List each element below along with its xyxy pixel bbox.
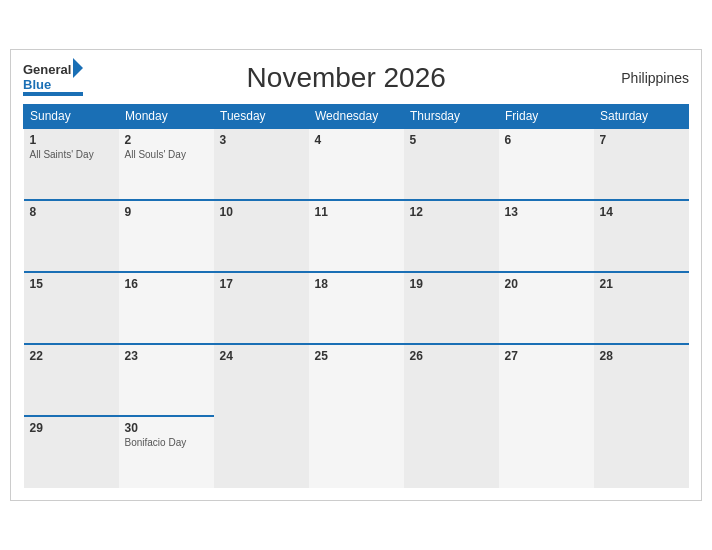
calendar-cell-2-1: 8: [24, 200, 119, 272]
day-number: 5: [410, 133, 493, 147]
day-number: 21: [600, 277, 683, 291]
calendar-cell-3-7: 21: [594, 272, 689, 344]
day-number: 20: [505, 277, 588, 291]
weekday-header-row: SundayMondayTuesdayWednesdayThursdayFrid…: [24, 105, 689, 129]
calendar-cell-2-3: 10: [214, 200, 309, 272]
day-number: 9: [125, 205, 208, 219]
calendar-cell-4-5: 26: [404, 344, 499, 416]
weekday-header-monday: Monday: [119, 105, 214, 129]
day-number: 15: [30, 277, 113, 291]
calendar-cell-1-6: 6: [499, 128, 594, 200]
day-number: 18: [315, 277, 398, 291]
day-number: 17: [220, 277, 303, 291]
day-number: 16: [125, 277, 208, 291]
day-number: 27: [505, 349, 588, 363]
day-number: 14: [600, 205, 683, 219]
calendar-cell-3-3: 17: [214, 272, 309, 344]
day-number: 29: [30, 421, 113, 435]
calendar-cell-5-3: [214, 416, 309, 488]
calendar-container: General Blue November 2026 Philippines S…: [10, 49, 702, 501]
weekday-header-sunday: Sunday: [24, 105, 119, 129]
day-number: 8: [30, 205, 113, 219]
week-row-5: 2930Bonifacio Day: [24, 416, 689, 488]
day-number: 30: [125, 421, 208, 435]
day-number: 24: [220, 349, 303, 363]
calendar-cell-2-7: 14: [594, 200, 689, 272]
calendar-cell-5-1: 29: [24, 416, 119, 488]
weekday-header-friday: Friday: [499, 105, 594, 129]
calendar-cell-1-7: 7: [594, 128, 689, 200]
day-event: All Souls' Day: [125, 149, 208, 160]
day-number: 11: [315, 205, 398, 219]
calendar-cell-1-4: 4: [309, 128, 404, 200]
calendar-cell-1-5: 5: [404, 128, 499, 200]
day-number: 10: [220, 205, 303, 219]
calendar-cell-5-4: [309, 416, 404, 488]
calendar-cell-2-4: 11: [309, 200, 404, 272]
day-number: 26: [410, 349, 493, 363]
week-row-2: 891011121314: [24, 200, 689, 272]
calendar-cell-5-5: [404, 416, 499, 488]
weekday-header-wednesday: Wednesday: [309, 105, 404, 129]
day-event: All Saints' Day: [30, 149, 113, 160]
day-number: 3: [220, 133, 303, 147]
calendar-cell-1-1: 1All Saints' Day: [24, 128, 119, 200]
calendar-cell-1-2: 2All Souls' Day: [119, 128, 214, 200]
day-number: 4: [315, 133, 398, 147]
country-label: Philippines: [609, 70, 689, 86]
calendar-cell-5-2: 30Bonifacio Day: [119, 416, 214, 488]
logo-blue-text: Blue: [23, 78, 51, 91]
day-number: 25: [315, 349, 398, 363]
calendar-table: SundayMondayTuesdayWednesdayThursdayFrid…: [23, 104, 689, 488]
weekday-header-tuesday: Tuesday: [214, 105, 309, 129]
calendar-cell-3-1: 15: [24, 272, 119, 344]
logo-bottom-bar: [23, 92, 83, 96]
day-number: 12: [410, 205, 493, 219]
calendar-cell-3-2: 16: [119, 272, 214, 344]
day-number: 1: [30, 133, 113, 147]
calendar-cell-2-6: 13: [499, 200, 594, 272]
day-number: 19: [410, 277, 493, 291]
logo-general-text: General: [23, 63, 71, 76]
calendar-header: General Blue November 2026 Philippines: [23, 60, 689, 96]
day-number: 6: [505, 133, 588, 147]
day-number: 22: [30, 349, 113, 363]
calendar-cell-3-4: 18: [309, 272, 404, 344]
day-number: 23: [125, 349, 208, 363]
calendar-cell-4-1: 22: [24, 344, 119, 416]
calendar-cell-2-5: 12: [404, 200, 499, 272]
calendar-cell-3-5: 19: [404, 272, 499, 344]
weekday-header-saturday: Saturday: [594, 105, 689, 129]
logo-triangle-icon: [73, 58, 83, 78]
calendar-cell-4-4: 25: [309, 344, 404, 416]
week-row-4: 22232425262728: [24, 344, 689, 416]
calendar-cell-1-3: 3: [214, 128, 309, 200]
day-event: Bonifacio Day: [125, 437, 208, 448]
day-number: 28: [600, 349, 683, 363]
calendar-cell-3-6: 20: [499, 272, 594, 344]
calendar-cell-4-3: 24: [214, 344, 309, 416]
calendar-title: November 2026: [83, 62, 609, 94]
weekday-header-thursday: Thursday: [404, 105, 499, 129]
day-number: 7: [600, 133, 683, 147]
calendar-cell-2-2: 9: [119, 200, 214, 272]
day-number: 2: [125, 133, 208, 147]
calendar-cell-5-7: [594, 416, 689, 488]
calendar-cell-5-6: [499, 416, 594, 488]
calendar-cell-4-2: 23: [119, 344, 214, 416]
day-number: 13: [505, 205, 588, 219]
calendar-cell-4-7: 28: [594, 344, 689, 416]
week-row-1: 1All Saints' Day2All Souls' Day34567: [24, 128, 689, 200]
logo: General Blue: [23, 60, 83, 96]
week-row-3: 15161718192021: [24, 272, 689, 344]
calendar-cell-4-6: 27: [499, 344, 594, 416]
